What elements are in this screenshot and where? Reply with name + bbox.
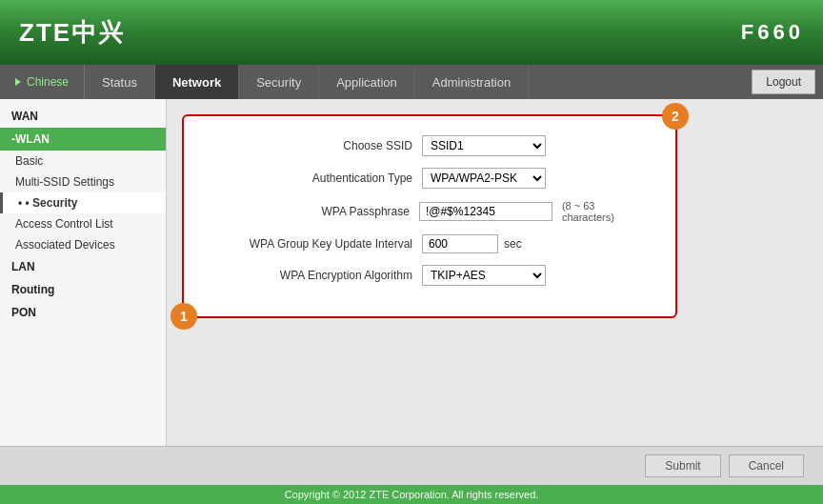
auth-type-control: WPA/WPA2-PSK	[422, 168, 546, 189]
content-area: WAN -WLAN Basic Multi-SSID Settings • Se…	[0, 99, 823, 446]
model-label: F660	[741, 20, 804, 45]
sidebar-item-lan[interactable]: LAN	[0, 255, 166, 278]
wpa-encryption-label: WPA Encryption Algorithm	[212, 269, 422, 282]
sidebar-item-multi-ssid[interactable]: Multi-SSID Settings	[0, 171, 166, 192]
language-label: Chinese	[27, 75, 69, 89]
footer-buttons: Submit Cancel	[0, 446, 823, 485]
wpa-passphrase-input[interactable]	[419, 202, 552, 221]
wpa-passphrase-control: (8 ~ 63 characters)	[419, 200, 647, 223]
form-box: 1 2 Choose SSID SSID1 Authentication Typ…	[182, 114, 677, 318]
choose-ssid-select[interactable]: SSID1	[422, 135, 546, 156]
wpa-group-key-unit: sec	[504, 237, 522, 251]
wpa-encryption-select[interactable]: TKIP+AES	[422, 265, 546, 286]
tab-network[interactable]: Network	[155, 65, 239, 99]
sidebar-item-basic[interactable]: Basic	[0, 151, 166, 171]
wpa-encryption-control: TKIP+AES	[422, 265, 546, 286]
wpa-group-key-input[interactable]	[422, 234, 498, 253]
sidebar-item-associated-devices[interactable]: Associated Devices	[0, 234, 166, 255]
auth-type-row: Authentication Type WPA/WPA2-PSK	[212, 168, 647, 189]
sidebar-item-acl[interactable]: Access Control List	[0, 213, 166, 234]
submit-button[interactable]: Submit	[645, 454, 720, 477]
sidebar: WAN -WLAN Basic Multi-SSID Settings • Se…	[0, 99, 167, 446]
cancel-button[interactable]: Cancel	[729, 454, 804, 477]
tab-status[interactable]: Status	[85, 65, 155, 99]
sidebar-item-pon[interactable]: PON	[0, 301, 166, 324]
sidebar-item-routing[interactable]: Routing	[0, 278, 166, 301]
wpa-group-key-control: sec	[422, 234, 522, 253]
sidebar-item-security[interactable]: • Security	[0, 192, 166, 213]
auth-type-select[interactable]: WPA/WPA2-PSK	[422, 168, 546, 189]
tab-application[interactable]: Application	[319, 65, 415, 99]
choose-ssid-row: Choose SSID SSID1	[212, 135, 647, 156]
badge-1: 1	[171, 303, 197, 330]
language-selector[interactable]: Chinese	[0, 65, 85, 99]
sidebar-item-wlan[interactable]: -WLAN	[0, 128, 166, 151]
logout-button[interactable]: Logout	[752, 70, 815, 94]
auth-type-label: Authentication Type	[212, 171, 422, 185]
header: ZTE中兴 F660	[0, 0, 823, 65]
wpa-encryption-row: WPA Encryption Algorithm TKIP+AES	[212, 265, 647, 286]
tab-security[interactable]: Security	[239, 65, 319, 99]
wpa-passphrase-hint: (8 ~ 63 characters)	[562, 200, 647, 223]
nav-tabs: Status Network Security Application Admi…	[85, 65, 752, 99]
choose-ssid-label: Choose SSID	[212, 139, 422, 152]
logo: ZTE中兴	[19, 16, 125, 50]
badge-2: 2	[662, 103, 689, 130]
wpa-group-key-row: WPA Group Key Update Interval sec	[212, 234, 647, 253]
navbar: Chinese Status Network Security Applicat…	[0, 65, 823, 99]
wpa-passphrase-row: WPA Passphrase (8 ~ 63 characters)	[212, 200, 647, 223]
sidebar-item-wan[interactable]: WAN	[0, 105, 166, 128]
main-panel: 1 2 Choose SSID SSID1 Authentication Typ…	[167, 99, 823, 446]
lang-arrow-icon	[15, 78, 21, 86]
tab-administration[interactable]: Administration	[415, 65, 529, 99]
choose-ssid-control: SSID1	[422, 135, 546, 156]
wpa-passphrase-label: WPA Passphrase	[212, 205, 419, 218]
wpa-group-key-label: WPA Group Key Update Interval	[212, 237, 422, 251]
copyright: Copyright © 2012 ZTE Corporation. All ri…	[0, 485, 823, 504]
